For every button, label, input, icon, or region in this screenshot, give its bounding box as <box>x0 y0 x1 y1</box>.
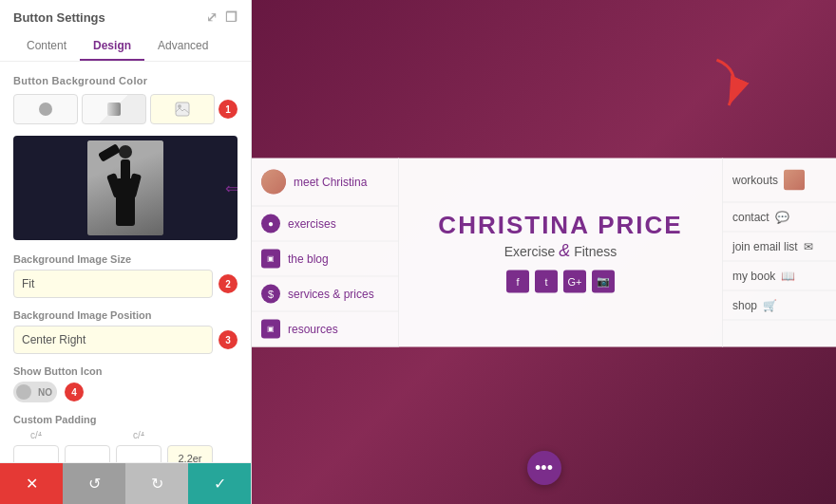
nav-center: CHRISTINA PRICE Exercise & Fitness f t G… <box>399 158 722 346</box>
nav-contact[interactable]: contact 💬 <box>723 202 836 232</box>
redo-icon: ↻ <box>151 475 163 493</box>
step-badge-1: 1 <box>218 100 238 119</box>
nav-workouts-avatar <box>784 169 805 190</box>
tab-advanced[interactable]: Advanced <box>144 32 221 61</box>
undo-button[interactable]: ↺ <box>63 463 125 504</box>
nav-item-services[interactable]: $ services & prices <box>252 276 398 311</box>
nav-item-resources-icon: ▣ <box>261 319 280 338</box>
subtitle-end: Fitness <box>574 243 617 258</box>
bottom-bar: ✕ ↺ ↻ ✓ <box>0 462 251 504</box>
show-icon-toggle[interactable]: NO <box>13 382 57 402</box>
padding-bottom: Bottom <box>65 445 110 462</box>
nav-meet-row[interactable]: meet Christina <box>252 158 398 206</box>
social-instagram[interactable]: 📷 <box>592 270 615 292</box>
expand-icon[interactable]: ⤢ <box>206 9 218 25</box>
tab-design[interactable]: Design <box>80 32 144 61</box>
toggle-label: NO <box>38 387 52 398</box>
nav-item-exercises-label: exercises <box>288 216 336 230</box>
padding-right-input[interactable] <box>167 445 213 462</box>
nav-item-resources[interactable]: ▣ resources <box>252 311 398 346</box>
panel-header: Button Settings ⤢ ❐ Content Design Advan… <box>0 0 251 62</box>
runner-figure <box>87 140 163 235</box>
panel-title-icons: ⤢ ❐ <box>206 9 238 25</box>
bg-color-options: 1 <box>13 94 238 124</box>
bg-size-select[interactable]: Fit <box>13 270 213 298</box>
svg-rect-1 <box>107 103 121 116</box>
preview-nav: meet Christina ● exercises ▣ the blog $ … <box>252 158 836 346</box>
toggle-knob <box>16 384 31 400</box>
nav-meet-text: meet Christina <box>294 175 367 188</box>
bg-position-label: Background Image Position <box>13 309 238 321</box>
panel-title-text: Button Settings <box>13 10 105 25</box>
nav-email-list[interactable]: join email list ✉ <box>723 232 836 261</box>
show-icon-section: Show Button Icon NO 4 <box>13 365 238 402</box>
step-badge-2: 2 <box>218 274 238 293</box>
step-badge-4: 4 <box>65 383 84 401</box>
nav-item-services-label: services & prices <box>288 287 374 300</box>
nav-item-blog-icon: ▣ <box>261 249 280 268</box>
undo-icon: ↺ <box>88 475 101 493</box>
nav-shop[interactable]: shop 🛒 <box>723 290 836 320</box>
bg-size-label: Background Image Size <box>13 253 238 265</box>
nav-book-label: my book <box>732 269 775 282</box>
nav-email-label: join email list <box>732 239 798 252</box>
nav-contact-icon: 💬 <box>775 210 789 223</box>
step-badge-3: 3 <box>218 330 238 349</box>
bg-position-select[interactable]: Center Right <box>13 326 213 354</box>
bg-size-row: Fit 2 <box>13 270 238 298</box>
left-panel: Button Settings ⤢ ❐ Content Design Advan… <box>0 0 252 504</box>
padding-right: Right <box>167 445 213 462</box>
redo-button[interactable]: ↻ <box>125 463 188 504</box>
nav-item-services-icon: $ <box>261 284 280 303</box>
nav-book[interactable]: my book 📖 <box>723 261 836 290</box>
nav-center-subtitle: Exercise & Fitness <box>504 240 618 260</box>
padding-top-input[interactable] <box>13 445 59 462</box>
save-button[interactable]: ✓ <box>188 463 251 504</box>
resize-handle[interactable]: ⟺ <box>225 179 238 197</box>
nav-right: workouts contact 💬 join email list ✉ my … <box>722 158 836 346</box>
floating-btn-icon: ••• <box>535 458 553 478</box>
social-gplus[interactable]: G+ <box>563 270 586 292</box>
panel-title-bar: Button Settings ⤢ ❐ <box>13 9 238 25</box>
floating-action-button[interactable]: ••• <box>527 451 561 485</box>
padding-section: Custom Padding c/⁴ Top Bottom c/⁴ Left <box>13 414 238 462</box>
color-option-solid[interactable] <box>13 94 78 124</box>
nav-item-exercises-icon: ● <box>261 214 280 233</box>
show-icon-row: NO 4 <box>13 382 238 402</box>
nav-workouts-label: workouts <box>732 173 778 186</box>
nav-shop-label: shop <box>732 298 757 311</box>
cancel-icon: ✕ <box>26 475 38 493</box>
social-facebook[interactable]: f <box>506 270 529 292</box>
nav-item-blog[interactable]: ▣ the blog <box>252 241 398 276</box>
cancel-button[interactable]: ✕ <box>0 463 63 504</box>
bg-position-row: Center Right 3 <box>13 326 238 354</box>
nav-item-exercises[interactable]: ● exercises <box>252 206 398 241</box>
nav-contact-label: contact <box>732 210 770 223</box>
padding-top: c/⁴ Top <box>13 430 59 462</box>
bg-image-size-section: Background Image Size Fit 2 <box>13 253 238 298</box>
color-option-image[interactable] <box>150 94 215 124</box>
copy-icon[interactable]: ❐ <box>225 9 238 25</box>
bg-color-section: Button Background Color 1 <box>13 75 238 124</box>
padding-bottom-input[interactable] <box>65 445 110 462</box>
padding-left: c/⁴ Left <box>116 430 162 462</box>
nav-workouts-row[interactable]: workouts <box>723 158 836 202</box>
padding-fields: c/⁴ Top Bottom c/⁴ Left Right 5 <box>13 430 238 462</box>
color-option-gradient[interactable] <box>82 94 146 124</box>
nav-item-resources-label: resources <box>288 322 338 335</box>
nav-avatar <box>261 169 286 194</box>
nav-center-title: CHRISTINA PRICE <box>438 212 682 239</box>
subtitle-amp: & <box>559 240 570 259</box>
nav-shop-icon: 🛒 <box>763 298 777 311</box>
right-panel: meet Christina ● exercises ▣ the blog $ … <box>252 0 836 504</box>
social-twitter[interactable]: t <box>535 270 558 292</box>
bg-image-position-section: Background Image Position Center Right 3 <box>13 309 238 354</box>
nav-left: meet Christina ● exercises ▣ the blog $ … <box>252 158 399 346</box>
social-icons: f t G+ 📷 <box>506 270 615 292</box>
padding-left-input[interactable] <box>116 445 162 462</box>
tab-content[interactable]: Content <box>13 32 80 61</box>
nav-email-icon: ✉ <box>804 239 813 252</box>
bg-color-label: Button Background Color <box>13 75 238 86</box>
panel-body: Button Background Color 1 <box>0 62 251 462</box>
subtitle-start: Exercise <box>504 243 556 258</box>
